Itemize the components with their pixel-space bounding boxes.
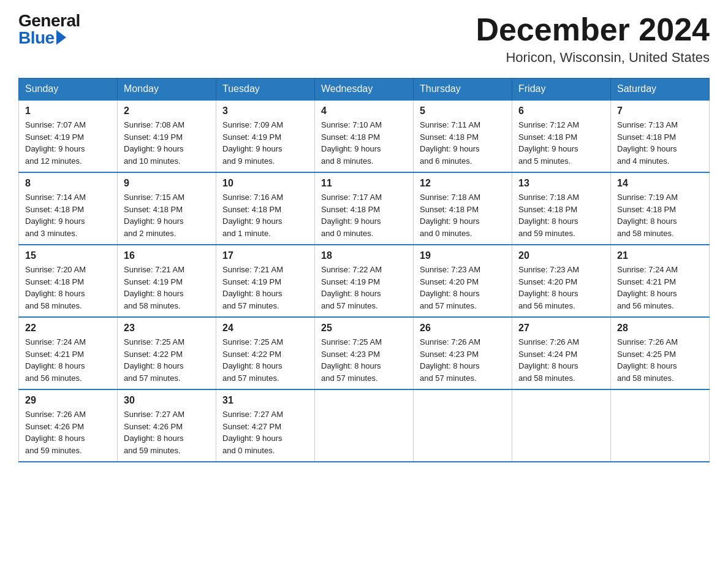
day-info: Sunrise: 7:26 AM Sunset: 4:25 PM Dayligh… [617, 336, 703, 384]
calendar-table: Sunday Monday Tuesday Wednesday Thursday… [18, 78, 710, 462]
day-number: 28 [617, 323, 703, 334]
table-row: 20 Sunrise: 7:23 AM Sunset: 4:20 PM Dayl… [512, 245, 611, 317]
day-info: Sunrise: 7:18 AM Sunset: 4:18 PM Dayligh… [420, 191, 506, 239]
col-thursday: Thursday [414, 79, 512, 101]
day-info: Sunrise: 7:23 AM Sunset: 4:20 PM Dayligh… [518, 264, 604, 312]
day-number: 24 [222, 323, 308, 334]
table-row: 10 Sunrise: 7:16 AM Sunset: 4:18 PM Dayl… [216, 172, 315, 245]
day-number: 23 [124, 323, 210, 334]
day-number: 27 [518, 323, 604, 334]
table-row: 17 Sunrise: 7:21 AM Sunset: 4:19 PM Dayl… [216, 245, 315, 317]
day-info: Sunrise: 7:19 AM Sunset: 4:18 PM Dayligh… [617, 191, 703, 239]
month-year-title: December 2024 [476, 12, 710, 47]
day-number: 30 [124, 395, 210, 406]
day-number: 6 [518, 105, 604, 117]
table-row [512, 389, 611, 462]
table-row: 8 Sunrise: 7:14 AM Sunset: 4:18 PM Dayli… [19, 172, 118, 245]
table-row: 22 Sunrise: 7:24 AM Sunset: 4:21 PM Dayl… [19, 317, 118, 389]
day-info: Sunrise: 7:23 AM Sunset: 4:20 PM Dayligh… [420, 264, 506, 312]
day-number: 26 [420, 323, 506, 334]
day-number: 18 [321, 250, 407, 261]
calendar-week-row: 29 Sunrise: 7:26 AM Sunset: 4:26 PM Dayl… [19, 389, 710, 462]
day-info: Sunrise: 7:18 AM Sunset: 4:18 PM Dayligh… [518, 191, 604, 239]
day-info: Sunrise: 7:25 AM Sunset: 4:23 PM Dayligh… [321, 336, 407, 384]
table-row: 11 Sunrise: 7:17 AM Sunset: 4:18 PM Dayl… [315, 172, 414, 245]
title-block: December 2024 Horicon, Wisconsin, United… [476, 12, 710, 66]
day-number: 16 [124, 250, 210, 261]
table-row: 31 Sunrise: 7:27 AM Sunset: 4:27 PM Dayl… [216, 389, 315, 462]
table-row [315, 389, 414, 462]
table-row: 13 Sunrise: 7:18 AM Sunset: 4:18 PM Dayl… [512, 172, 611, 245]
day-info: Sunrise: 7:09 AM Sunset: 4:19 PM Dayligh… [222, 119, 308, 167]
day-info: Sunrise: 7:07 AM Sunset: 4:19 PM Dayligh… [25, 119, 111, 167]
day-number: 31 [222, 395, 308, 406]
col-saturday: Saturday [611, 79, 710, 101]
page-header: General Blue December 2024 Horicon, Wisc… [18, 12, 710, 66]
day-info: Sunrise: 7:13 AM Sunset: 4:18 PM Dayligh… [617, 119, 703, 167]
day-number: 17 [222, 250, 308, 261]
day-number: 14 [617, 178, 703, 189]
day-info: Sunrise: 7:10 AM Sunset: 4:18 PM Dayligh… [321, 119, 407, 167]
table-row: 14 Sunrise: 7:19 AM Sunset: 4:18 PM Dayl… [611, 172, 710, 245]
day-info: Sunrise: 7:20 AM Sunset: 4:18 PM Dayligh… [25, 264, 111, 312]
day-number: 3 [222, 105, 308, 117]
day-info: Sunrise: 7:26 AM Sunset: 4:23 PM Dayligh… [420, 336, 506, 384]
table-row: 29 Sunrise: 7:26 AM Sunset: 4:26 PM Dayl… [19, 389, 118, 462]
day-info: Sunrise: 7:14 AM Sunset: 4:18 PM Dayligh… [25, 191, 111, 239]
table-row: 27 Sunrise: 7:26 AM Sunset: 4:24 PM Dayl… [512, 317, 611, 389]
day-number: 22 [25, 323, 111, 334]
table-row: 4 Sunrise: 7:10 AM Sunset: 4:18 PM Dayli… [315, 100, 414, 172]
calendar-header-row: Sunday Monday Tuesday Wednesday Thursday… [19, 79, 710, 101]
day-number: 5 [420, 105, 506, 117]
day-number: 7 [617, 105, 703, 117]
day-number: 11 [321, 178, 407, 189]
day-number: 15 [25, 250, 111, 261]
table-row: 5 Sunrise: 7:11 AM Sunset: 4:18 PM Dayli… [414, 100, 512, 172]
table-row: 2 Sunrise: 7:08 AM Sunset: 4:19 PM Dayli… [118, 100, 216, 172]
day-info: Sunrise: 7:25 AM Sunset: 4:22 PM Dayligh… [124, 336, 210, 384]
location-subtitle: Horicon, Wisconsin, United States [476, 50, 710, 66]
table-row: 23 Sunrise: 7:25 AM Sunset: 4:22 PM Dayl… [118, 317, 216, 389]
day-number: 21 [617, 250, 703, 261]
day-number: 20 [518, 250, 604, 261]
table-row: 3 Sunrise: 7:09 AM Sunset: 4:19 PM Dayli… [216, 100, 315, 172]
table-row: 30 Sunrise: 7:27 AM Sunset: 4:26 PM Dayl… [118, 389, 216, 462]
day-number: 2 [124, 105, 210, 117]
table-row: 15 Sunrise: 7:20 AM Sunset: 4:18 PM Dayl… [19, 245, 118, 317]
logo: General Blue [18, 12, 80, 47]
day-info: Sunrise: 7:21 AM Sunset: 4:19 PM Dayligh… [124, 264, 210, 312]
day-info: Sunrise: 7:21 AM Sunset: 4:19 PM Dayligh… [222, 264, 308, 312]
day-info: Sunrise: 7:24 AM Sunset: 4:21 PM Dayligh… [25, 336, 111, 384]
logo-blue-text: Blue [18, 29, 80, 47]
table-row: 1 Sunrise: 7:07 AM Sunset: 4:19 PM Dayli… [19, 100, 118, 172]
table-row: 16 Sunrise: 7:21 AM Sunset: 4:19 PM Dayl… [118, 245, 216, 317]
table-row: 9 Sunrise: 7:15 AM Sunset: 4:18 PM Dayli… [118, 172, 216, 245]
col-wednesday: Wednesday [315, 79, 414, 101]
day-number: 13 [518, 178, 604, 189]
day-info: Sunrise: 7:27 AM Sunset: 4:27 PM Dayligh… [222, 408, 308, 456]
logo-general-text: General [18, 12, 80, 29]
calendar-week-row: 1 Sunrise: 7:07 AM Sunset: 4:19 PM Dayli… [19, 100, 710, 172]
day-info: Sunrise: 7:16 AM Sunset: 4:18 PM Dayligh… [222, 191, 308, 239]
calendar-week-row: 15 Sunrise: 7:20 AM Sunset: 4:18 PM Dayl… [19, 245, 710, 317]
day-number: 10 [222, 178, 308, 189]
day-info: Sunrise: 7:25 AM Sunset: 4:22 PM Dayligh… [222, 336, 308, 384]
day-number: 19 [420, 250, 506, 261]
calendar-week-row: 8 Sunrise: 7:14 AM Sunset: 4:18 PM Dayli… [19, 172, 710, 245]
table-row: 18 Sunrise: 7:22 AM Sunset: 4:19 PM Dayl… [315, 245, 414, 317]
table-row [414, 389, 512, 462]
col-sunday: Sunday [19, 79, 118, 101]
table-row: 19 Sunrise: 7:23 AM Sunset: 4:20 PM Dayl… [414, 245, 512, 317]
table-row: 28 Sunrise: 7:26 AM Sunset: 4:25 PM Dayl… [611, 317, 710, 389]
table-row: 24 Sunrise: 7:25 AM Sunset: 4:22 PM Dayl… [216, 317, 315, 389]
day-number: 12 [420, 178, 506, 189]
day-number: 4 [321, 105, 407, 117]
day-number: 8 [25, 178, 111, 189]
calendar-week-row: 22 Sunrise: 7:24 AM Sunset: 4:21 PM Dayl… [19, 317, 710, 389]
day-info: Sunrise: 7:26 AM Sunset: 4:26 PM Dayligh… [25, 408, 111, 456]
col-monday: Monday [118, 79, 216, 101]
table-row: 21 Sunrise: 7:24 AM Sunset: 4:21 PM Dayl… [611, 245, 710, 317]
col-tuesday: Tuesday [216, 79, 315, 101]
day-info: Sunrise: 7:17 AM Sunset: 4:18 PM Dayligh… [321, 191, 407, 239]
col-friday: Friday [512, 79, 611, 101]
